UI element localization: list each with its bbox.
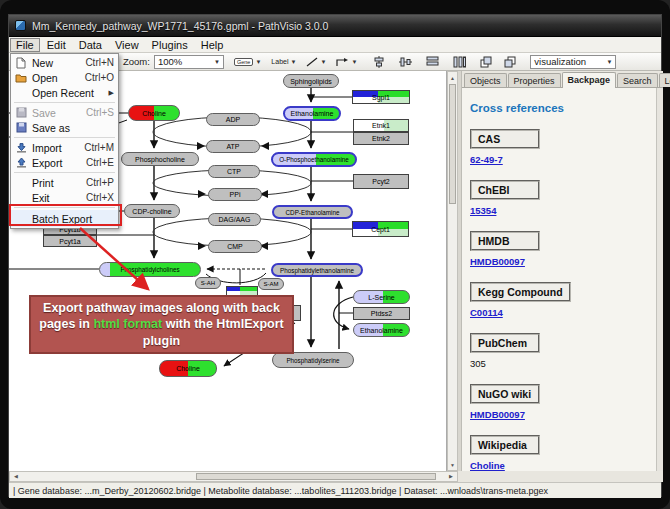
link-chebi[interactable]: 15354 — [470, 205, 655, 216]
file-menu-save-as-label: Save as — [32, 122, 114, 134]
side-panel-tabs: Objects Properties Backpage Search Legen… — [462, 71, 663, 88]
file-menu-new-label: New — [32, 57, 85, 69]
file-menu-new[interactable]: New Ctrl+N — [11, 55, 118, 70]
app-icon — [15, 20, 26, 31]
panel-scrollbar[interactable] — [656, 88, 663, 471]
file-menu-save-as[interactable]: Save as — [11, 120, 118, 135]
align-vertical-center-button[interactable] — [373, 54, 385, 69]
scroll-left-icon[interactable]: ◀ — [11, 472, 21, 481]
common-height-button[interactable] — [453, 54, 466, 69]
bring-to-front-icon — [480, 56, 492, 68]
node-ptdss2[interactable]: Ptdss2 — [353, 307, 410, 320]
node-atp[interactable]: ATP — [206, 140, 260, 153]
align-horizontal-center-button[interactable] — [399, 54, 412, 69]
node-ctp[interactable]: CTP — [208, 165, 260, 178]
batch-export-highlight-box — [9, 204, 122, 226]
link-cas[interactable]: 62-49-7 — [470, 154, 655, 165]
blank-icon — [14, 192, 28, 203]
node-pcyt1a[interactable]: Pcyt1a — [43, 235, 97, 247]
node-phosphatidylethanolamine[interactable]: Phosphatidylethanolamine — [271, 263, 363, 277]
menu-data[interactable]: Data — [73, 38, 108, 52]
menu-view[interactable]: View — [109, 38, 145, 52]
menu-file[interactable]: File — [10, 38, 40, 52]
zoom-label: Zoom: — [123, 56, 150, 67]
node-sgpl1[interactable]: Sgpl1 — [352, 90, 410, 104]
node-etnk1[interactable]: Etnk1 — [353, 119, 409, 132]
align-horizontal-center-icon — [399, 56, 412, 68]
file-menu-export[interactable]: Export Ctrl+E — [11, 155, 118, 170]
scroll-down-icon[interactable]: ▼ — [448, 459, 457, 470]
link-hmdb[interactable]: HMDB00097 — [470, 256, 655, 267]
node-ppi[interactable]: PPi — [208, 188, 262, 201]
vertical-scroll-thumb[interactable] — [449, 84, 456, 204]
canvas-horizontal-scrollbar[interactable]: ◀ ▶ — [9, 471, 458, 482]
node-cmp[interactable]: CMP — [208, 240, 262, 253]
label-tool-button[interactable]: Label ▼ — [271, 54, 296, 69]
file-menu-import[interactable]: Import Ctrl+M — [11, 140, 118, 155]
send-to-back-button[interactable] — [504, 54, 516, 69]
horizontal-scroll-thumb[interactable] — [196, 473, 436, 480]
title-bar[interactable]: Mm_Kennedy_pathway_WP1771_45176.gpml - P… — [9, 15, 661, 37]
section-header-nugo: NuGO wiki — [470, 384, 540, 404]
save-icon — [14, 107, 28, 118]
file-menu-print[interactable]: Print Ctrl+P — [11, 175, 118, 190]
section-header-cas: CAS — [470, 129, 540, 149]
tab-legend[interactable]: Legend — [659, 73, 670, 87]
scroll-right-icon[interactable]: ▶ — [446, 472, 456, 481]
tab-search[interactable]: Search — [617, 73, 658, 87]
tab-backpage[interactable]: Backpage — [562, 72, 617, 88]
shortcut: Ctrl+X — [86, 192, 114, 203]
node-ethanolamine-bottom[interactable]: Ethanolamine — [353, 323, 410, 337]
connector-tool-button[interactable]: ▼ — [336, 54, 357, 69]
canvas-vertical-scrollbar[interactable]: ▲ ▼ — [447, 71, 458, 471]
scroll-up-icon[interactable]: ▲ — [448, 72, 457, 83]
node-pcyt2[interactable]: Pcyt2 — [353, 174, 409, 189]
node-dag-aag[interactable]: DAG/AAG — [208, 213, 261, 226]
tab-properties[interactable]: Properties — [508, 73, 561, 87]
link-nugo[interactable]: HMDB00097 — [470, 409, 655, 420]
link-wikipedia[interactable]: Choline — [470, 460, 655, 471]
node-l-serine[interactable]: L-Serine — [353, 290, 410, 304]
line-tool-button[interactable]: ▼ — [306, 54, 326, 69]
import-icon — [14, 142, 28, 153]
node-s-ah[interactable]: S-AH — [195, 277, 221, 289]
zoom-value: 100% — [158, 56, 182, 67]
node-phosphatidylcholines[interactable]: Phosphatidylcholines — [99, 262, 201, 277]
node-ethanolamine-top[interactable]: Ethanolamine — [283, 106, 341, 121]
node-etnk2[interactable]: Etnk2 — [353, 132, 409, 145]
node-phosphocholine[interactable]: Phosphocholine — [121, 152, 199, 166]
gene-tool-button[interactable]: Gene ▼ — [234, 54, 261, 69]
bring-to-front-button[interactable] — [480, 54, 492, 69]
common-width-button[interactable] — [426, 54, 439, 69]
node-choline-selected[interactable]: Choline — [159, 360, 217, 377]
section-header-hmdb: HMDB — [470, 231, 540, 251]
node-cdp-choline[interactable]: CDP-choline — [124, 204, 180, 218]
menu-plugins[interactable]: Plugins — [146, 38, 194, 52]
common-width-icon — [426, 56, 439, 68]
node-cdp-ethanolamine[interactable]: CDP-Ethanolamine — [272, 205, 353, 219]
menu-edit[interactable]: Edit — [41, 38, 72, 52]
shortcut: Ctrl+S — [86, 107, 114, 118]
node-adp[interactable]: ADP — [206, 113, 260, 126]
file-menu-open-recent[interactable]: Open Recent ▶ — [11, 85, 118, 100]
node-s-am[interactable]: S-AM — [258, 278, 284, 290]
tab-objects[interactable]: Objects — [464, 73, 507, 87]
file-menu-open[interactable]: Open Ctrl+O — [11, 70, 118, 85]
annotation-callout: Export pathway images along with back pa… — [29, 295, 294, 354]
file-menu-print-label: Print — [32, 177, 86, 189]
save-as-icon — [14, 122, 28, 133]
link-kegg[interactable]: C00114 — [470, 307, 655, 318]
file-menu-exit[interactable]: Exit Ctrl+X — [11, 190, 118, 205]
node-o-phosphoethanolamine[interactable]: O-Phosphoethanolamine — [271, 152, 357, 167]
visualization-combobox[interactable]: visualization ▼ — [530, 55, 616, 69]
node-choline-top[interactable]: Choline — [128, 105, 180, 121]
menu-help[interactable]: Help — [195, 38, 230, 52]
gene-tool-icon: Gene — [234, 58, 253, 66]
node-cept1[interactable]: Cept1 — [352, 221, 409, 237]
blank-icon — [14, 87, 28, 98]
side-panel: Objects Properties Backpage Search Legen… — [461, 71, 663, 471]
zoom-combobox[interactable]: 100% ▼ — [154, 55, 224, 69]
export-icon — [14, 157, 28, 168]
node-sphingolipids[interactable]: Sphingolipids — [283, 74, 339, 88]
node-phosphatidylserine[interactable]: Phosphatidylserine — [272, 352, 354, 368]
